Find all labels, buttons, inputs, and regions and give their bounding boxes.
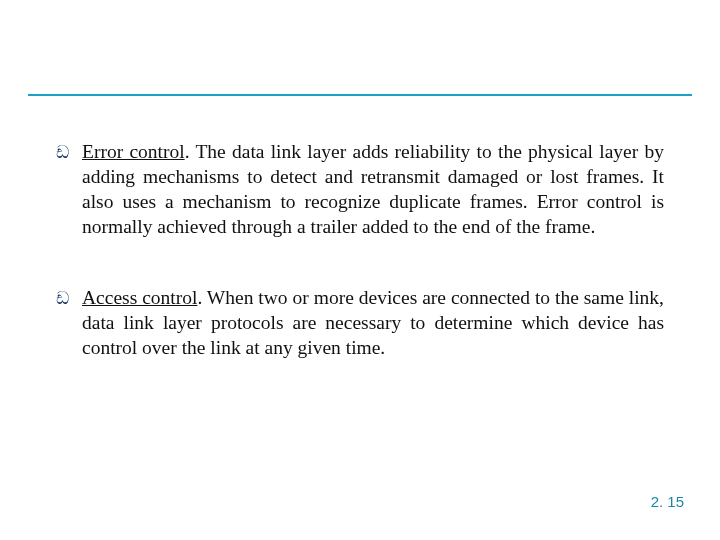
list-item: ඩ Error control. The data link layer add… xyxy=(56,140,664,240)
slide: ඩ Error control. The data link layer add… xyxy=(0,0,720,540)
list-item: ඩ Access control. When two or more devic… xyxy=(56,286,664,361)
horizontal-rule xyxy=(28,94,692,96)
bullet-icon: ඩ xyxy=(56,140,82,164)
page-number: 2. 15 xyxy=(651,493,684,510)
list-item-lead: Access control xyxy=(82,287,197,308)
content-area: ඩ Error control. The data link layer add… xyxy=(56,140,664,407)
list-item-text: Access control. When two or more devices… xyxy=(82,286,664,361)
list-item-text: Error control. The data link layer adds … xyxy=(82,140,664,240)
list-item-lead: Error control xyxy=(82,141,185,162)
bullet-icon: ඩ xyxy=(56,286,82,310)
